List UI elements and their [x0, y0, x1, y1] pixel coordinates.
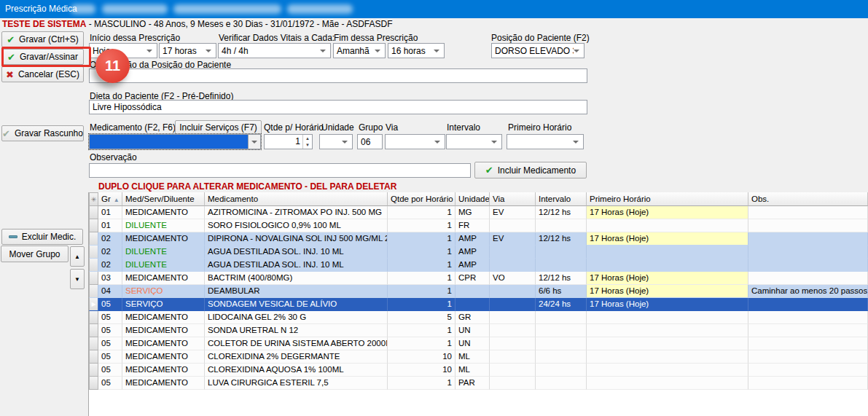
type-cell: MEDICAMENTO: [122, 350, 205, 364]
delete-medication-button[interactable]: Excluir Medic.: [1, 229, 83, 245]
table-row[interactable]: 05MEDICAMENTOSONDA URETRAL N 121UN: [89, 324, 868, 337]
fim-day-select[interactable]: Amanhã: [333, 43, 386, 58]
row-selector[interactable]: [89, 377, 98, 390]
row-selector[interactable]: [89, 272, 98, 285]
qty-cell: 1: [388, 246, 455, 259]
observacao-input[interactable]: [89, 163, 471, 178]
dieta-input[interactable]: [89, 100, 587, 114]
column-header-9[interactable]: Obs.: [748, 192, 868, 206]
row-selector[interactable]: [89, 324, 98, 337]
table-row[interactable]: 03MEDICAMENTOBACTRIM (400/80MG)1CPRVO12/…: [89, 272, 868, 285]
cancel-button[interactable]: ✖ Cancelar (ESC): [1, 66, 84, 82]
obs-cell: [748, 298, 868, 311]
unit-cell: AMP: [455, 232, 490, 246]
obs-cell: [748, 350, 868, 364]
save-draft-button[interactable]: ✔ Gravar Rascunho: [1, 125, 84, 141]
column-header-3[interactable]: Medicamento: [205, 192, 388, 206]
row-selector[interactable]: [89, 219, 98, 232]
column-header-1[interactable]: Gr▲: [98, 192, 122, 206]
table-row[interactable]: 05MEDICAMENTOLUVA CIRURGICA ESTERIL 7,51…: [89, 377, 868, 390]
row-selector[interactable]: ▶: [89, 298, 98, 311]
table-row[interactable]: ▶05SERVIÇOSONDAGEM VESICAL DE ALÍVIO124/…: [89, 298, 868, 311]
table-row[interactable]: 04SERVIÇODEAMBULAR16/6 hs17 Horas (Hoje)…: [89, 285, 868, 298]
table-row[interactable]: 02DILUENTEAGUA DESTILADA SOL. INJ. 10 ML…: [89, 246, 868, 259]
row-selector[interactable]: [89, 206, 98, 219]
group-cell: 05: [98, 364, 122, 377]
group-cell: 05: [98, 311, 122, 324]
combo-arrow-button[interactable]: [248, 135, 260, 149]
unit-cell: [455, 298, 490, 311]
unidade-select[interactable]: [319, 134, 353, 149]
group-cell: 04: [98, 285, 122, 298]
qtde-value: 1: [265, 135, 302, 149]
incluir-medicamento-label: Incluir Medicamento: [498, 165, 576, 176]
column-header-8[interactable]: Primeiro Horário: [587, 192, 748, 206]
move-group-down-button[interactable]: ▼: [70, 269, 85, 289]
table-row[interactable]: 01MEDICAMENTOAZITROMICINA - ZITROMAX PO …: [89, 206, 868, 219]
group-cell: 05: [98, 324, 122, 337]
medication-cell: DIPIRONA - NOVALGINA SOL INJ 500 MG/ML 2: [205, 232, 388, 246]
posicao-select[interactable]: DORSO ELEVADO 30 G: [491, 43, 584, 58]
column-header-2[interactable]: Med/Serv/Diluente: [122, 192, 205, 206]
intervalo-select[interactable]: [446, 134, 502, 149]
qty-cell: 1: [388, 259, 455, 272]
row-selector[interactable]: [89, 337, 98, 350]
qtde-stepper[interactable]: 1 ▲▼: [264, 134, 313, 149]
table-row[interactable]: 05MEDICAMENTOLIDOCAINA GEL 2% 30 G5GR: [89, 311, 868, 324]
obs-posicao-input[interactable]: [89, 68, 587, 83]
title-bar: Prescrição Médica: [0, 0, 868, 18]
via-cell: [490, 324, 536, 337]
row-selector[interactable]: [89, 311, 98, 324]
vitais-select[interactable]: 4h / 4h: [218, 43, 331, 58]
prescription-window: Prescrição Médica TESTE DE SISTEMA - MAS…: [0, 0, 868, 416]
row-selector[interactable]: [89, 259, 98, 272]
medicamento-select[interactable]: [89, 134, 261, 149]
stepper-down-icon[interactable]: ▼: [303, 142, 312, 149]
table-row[interactable]: 05MEDICAMENTOCLOREXIDINA AQUOSA 1% 100ML…: [89, 364, 868, 377]
medication-cell: LUVA CIRURGICA ESTERIL 7,5: [205, 377, 388, 390]
interval-cell: [536, 259, 587, 272]
inicio-time-select[interactable]: 17 horas: [159, 43, 216, 58]
save-button[interactable]: ✔ Gravar (Ctrl+S): [1, 31, 84, 47]
column-header-4[interactable]: Qtde por Horário: [388, 192, 455, 206]
column-header-7[interactable]: Intervalo: [536, 192, 587, 206]
medication-cell: CLOREXIDINA AQUOSA 1% 100ML: [205, 364, 388, 377]
column-header-6[interactable]: Via: [490, 192, 536, 206]
row-selector[interactable]: [89, 364, 98, 377]
table-row[interactable]: 02MEDICAMENTODIPIRONA - NOVALGINA SOL IN…: [89, 232, 868, 246]
primeiro-horario-label: Primeiro Horário: [508, 122, 571, 133]
table-row[interactable]: 02DILUENTEAGUA DESTILADA SOL. INJ. 10 ML…: [89, 259, 868, 272]
via-cell: [490, 377, 536, 390]
primeiro-horario-select[interactable]: [507, 134, 584, 149]
move-group-up-button[interactable]: ▲: [70, 246, 85, 267]
table-row[interactable]: 05MEDICAMENTOCOLETOR DE URINA SISTEMA AB…: [89, 337, 868, 350]
move-group-button[interactable]: Mover Grupo: [1, 246, 69, 262]
table-row[interactable]: 05MEDICAMENTOCLOREXIDINA 2% DEGERMANTE10…: [89, 350, 868, 364]
patient-name: TESTE DE SISTEMA: [2, 19, 86, 29]
row-selector[interactable]: [89, 350, 98, 364]
fim-label: Fim dessa Prescrição: [334, 33, 418, 43]
stepper-up-icon[interactable]: ▲: [303, 135, 312, 142]
type-cell: DILUENTE: [122, 246, 205, 259]
row-selector[interactable]: [89, 285, 98, 298]
grupo-input[interactable]: [357, 134, 383, 149]
via-select[interactable]: [385, 134, 445, 149]
group-cell: 01: [98, 206, 122, 219]
incluir-medicamento-button[interactable]: ✔ Incluir Medicamento: [474, 162, 587, 178]
grid-corner-icon[interactable]: ✳: [89, 192, 98, 206]
annotation-step-badge: 11: [95, 49, 130, 83]
first-time-cell: [587, 364, 748, 377]
row-selector[interactable]: [89, 246, 98, 259]
column-header-5[interactable]: Unidade: [455, 192, 490, 206]
incluir-servicos-button[interactable]: Incluir Serviços (F7): [175, 120, 262, 135]
fim-time-select[interactable]: 16 horas: [388, 43, 445, 58]
obs-cell: [748, 219, 868, 232]
patient-header: TESTE DE SISTEMA - MASCULINO - 48 Anos, …: [0, 18, 868, 31]
up-arrow-icon: ▲: [74, 254, 80, 260]
table-row[interactable]: 01DILUENTESORO FISIOLOGICO 0,9% 100 ML1F…: [89, 219, 868, 232]
row-selector[interactable]: [89, 232, 98, 246]
qty-cell: 1: [388, 298, 455, 311]
delete-medication-label: Excluir Medic.: [22, 232, 77, 242]
type-cell: MEDICAMENTO: [122, 232, 205, 246]
via-cell: [490, 311, 536, 324]
